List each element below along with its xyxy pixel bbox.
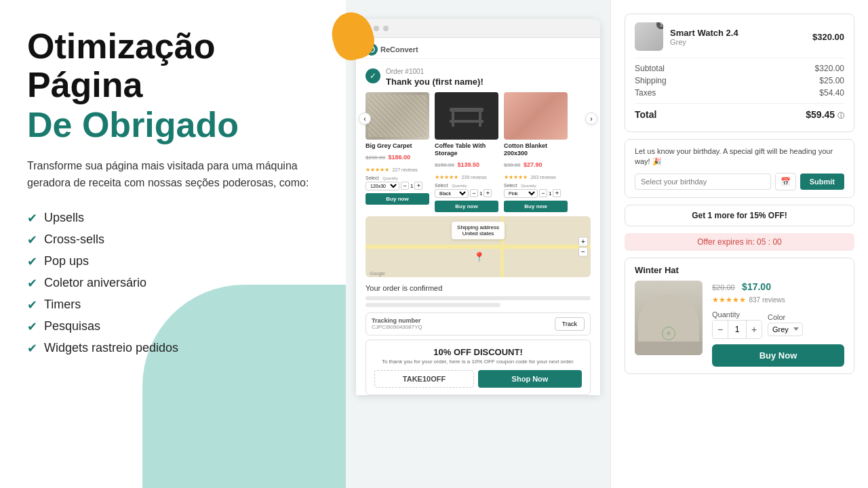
color-select[interactable]: Black bbox=[435, 189, 469, 198]
thank-you-text: Thank you (first name)! bbox=[386, 77, 484, 87]
color-select[interactable]: Grey bbox=[768, 323, 803, 336]
logo-text: ReConvert bbox=[380, 45, 418, 54]
list-item: ✔Cross-sells bbox=[27, 232, 319, 247]
map-zoom-out[interactable]: − bbox=[578, 247, 588, 256]
product-card-blanket: Cotton Blanket 200x300 $30.00 $27.90 ★★★… bbox=[504, 92, 568, 212]
right-panel: 1 Smart Watch 2.4 Grey $320.00 Subtotal … bbox=[610, 0, 868, 488]
product-thumbnail: 1 bbox=[635, 22, 663, 51]
list-item: ✔Upsells bbox=[27, 211, 319, 226]
svg-rect-3 bbox=[450, 120, 484, 123]
carousel-arrow-left[interactable]: ‹ bbox=[359, 113, 371, 125]
map-footer: Google bbox=[370, 271, 385, 276]
check-icon: ✔ bbox=[27, 298, 37, 312]
price-new: $186.00 bbox=[388, 154, 410, 161]
taxes-value: $54.40 bbox=[819, 88, 844, 98]
browser-window: ReConvert ✓ Order #1001 Thank you (first… bbox=[356, 19, 600, 395]
order-section: ✓ Order #1001 Thank you (first name)! bbox=[356, 59, 600, 92]
subtotal-row: Subtotal $320.00 bbox=[635, 64, 844, 73]
product-name: Coffee Table With Storage bbox=[435, 142, 498, 157]
shipping-row: Shipping $25.00 bbox=[635, 76, 844, 85]
confirmed-text: Your order is confirmed bbox=[356, 281, 600, 295]
track-button[interactable]: Track bbox=[555, 317, 585, 331]
tracking-label: Tracking number bbox=[372, 317, 422, 324]
section-title: Winter Hat bbox=[635, 265, 844, 275]
product-title: Smart Watch 2.4 bbox=[670, 28, 806, 38]
list-item: ✔Widgets rastreio pedidos bbox=[27, 341, 319, 356]
qty-plus-button[interactable]: + bbox=[747, 321, 762, 338]
order-summary: 1 Smart Watch 2.4 Grey $320.00 Subtotal … bbox=[625, 14, 854, 132]
offer-banner: Get 1 more for 15% OFF! bbox=[625, 205, 854, 226]
line-1 bbox=[366, 296, 591, 300]
size-select[interactable]: 120x30 bbox=[366, 182, 399, 190]
qty-plus[interactable]: + bbox=[484, 189, 492, 197]
qty-minus-button[interactable]: − bbox=[713, 321, 728, 338]
qty-minus[interactable]: − bbox=[539, 189, 547, 197]
product-card-carpet: Big Grey Carpet $200.00 $186.00 ★★★★★ 22… bbox=[366, 92, 429, 212]
table-image bbox=[435, 92, 498, 140]
qty-value: 1 bbox=[549, 190, 551, 197]
winter-hat-section: Winter Hat ✿ $20.00 $17.00 ★★★★★ 837 rev… bbox=[625, 258, 854, 374]
subtotal-value: $320.00 bbox=[815, 64, 844, 73]
shipping-label: Shipping bbox=[635, 76, 667, 85]
divider bbox=[635, 58, 844, 58]
check-icon: ✔ bbox=[27, 276, 37, 291]
total-label: Total bbox=[635, 109, 656, 121]
taxes-label: Taxes bbox=[635, 88, 656, 98]
map-section: Shipping address United states 📍 + − Goo… bbox=[366, 216, 591, 277]
hat-price-old: $20.00 bbox=[712, 283, 735, 291]
submit-birthday-button[interactable]: Submit bbox=[800, 174, 844, 190]
discount-subtitle: To thank you for your order, here is a 1… bbox=[374, 359, 582, 365]
select-label: Select Quantity bbox=[504, 183, 568, 188]
tracking-info: Tracking number CJPCI909043087YQ bbox=[372, 317, 422, 330]
product-name: Cotton Blanket 200x300 bbox=[504, 142, 568, 157]
confirmed-lines bbox=[356, 295, 600, 312]
stars: ★★★★★ bbox=[504, 174, 528, 180]
qty-minus[interactable]: − bbox=[401, 182, 409, 190]
svg-rect-2 bbox=[479, 112, 481, 127]
line-2 bbox=[366, 303, 500, 307]
product-carousel: ‹ Big Grey Carpet $200.00 $186.00 ★★★★★ … bbox=[356, 92, 600, 212]
divider bbox=[635, 103, 844, 104]
subtitle: Transforme sua página mais visitada para… bbox=[27, 157, 312, 192]
heading-teal: De Obrigado bbox=[27, 106, 319, 144]
buy-now-button-carpet[interactable]: Buy now bbox=[366, 193, 429, 205]
total-value: $59.45 bbox=[806, 109, 835, 120]
map-road-horizontal bbox=[366, 245, 591, 249]
stars: ★★★★★ bbox=[435, 174, 458, 180]
tracking-number: CJPCI909043087YQ bbox=[372, 324, 422, 330]
qty-value: 1 bbox=[410, 183, 413, 189]
list-item: ✔Pesquisas bbox=[27, 319, 319, 334]
qty-value: 1 bbox=[479, 190, 482, 197]
center-panel: ReConvert ✓ Order #1001 Thank you (first… bbox=[346, 0, 610, 488]
carousel-arrow-right[interactable]: › bbox=[585, 113, 597, 125]
stars: ★★★★★ bbox=[366, 167, 389, 173]
map-pin: 📍 bbox=[473, 251, 485, 262]
shipping-value: $25.00 bbox=[819, 76, 844, 85]
select-qty-row: 120x30 − 1 + bbox=[366, 182, 429, 190]
check-icon: ✔ bbox=[27, 341, 37, 356]
color-select-blanket[interactable]: Pink bbox=[504, 189, 538, 198]
qty-plus[interactable]: + bbox=[553, 189, 561, 197]
feature-list: ✔Upsells ✔Cross-sells ✔Pop ups ✔Coletor … bbox=[27, 211, 319, 356]
map-zoom-in[interactable]: + bbox=[578, 237, 588, 246]
buy-now-hat-button[interactable]: Buy Now bbox=[712, 344, 844, 367]
check-circle-icon: ✓ bbox=[366, 68, 380, 83]
list-item: ✔Coletor aniversário bbox=[27, 276, 319, 291]
qty-control: − 1 + bbox=[712, 320, 762, 339]
qty-value: 1 bbox=[728, 321, 747, 338]
heading-black: Otimização Página bbox=[27, 27, 319, 104]
offer-expires: Offer expires in: 05 : 00 bbox=[625, 233, 854, 251]
qty-plus[interactable]: + bbox=[414, 182, 422, 190]
qty-minus[interactable]: − bbox=[470, 189, 478, 197]
buy-now-button-table[interactable]: Buy now bbox=[435, 201, 498, 212]
check-icon: ✔ bbox=[27, 232, 37, 247]
buy-now-button-blanket[interactable]: Buy now bbox=[504, 201, 568, 212]
shop-now-button[interactable]: Shop Now bbox=[478, 370, 582, 388]
select-label: Select Quantity bbox=[435, 183, 498, 188]
select-label: Select Quantity bbox=[366, 176, 429, 180]
calendar-button[interactable]: 📅 bbox=[775, 173, 796, 190]
reconvert-header: ReConvert bbox=[356, 38, 600, 59]
birthday-input[interactable] bbox=[635, 174, 771, 190]
review-count: 227 reviews bbox=[392, 167, 417, 172]
offer-text: Get 1 more for 15% OFF! bbox=[692, 211, 787, 220]
